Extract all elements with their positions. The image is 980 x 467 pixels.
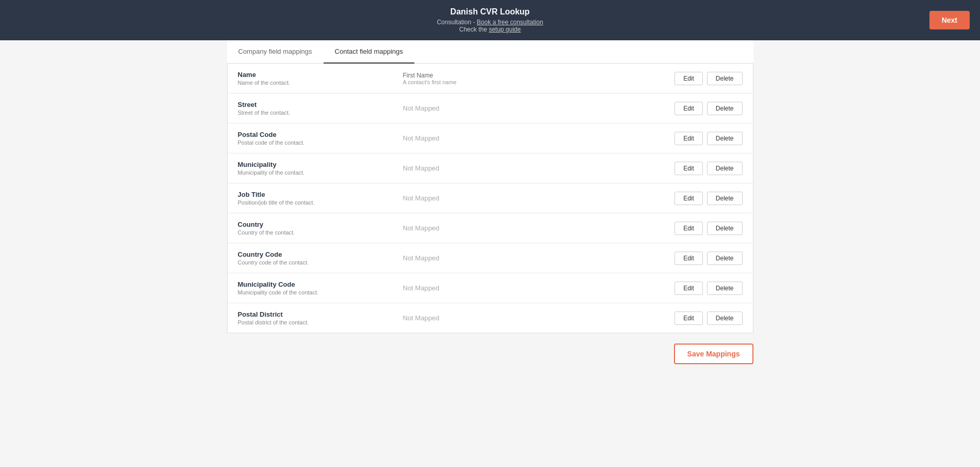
setup-prefix: Check the [459,26,489,33]
mapped-value: Not Mapped [403,164,675,172]
field-description: Country of the contact. [238,229,403,236]
mapped-value: Not Mapped [403,284,675,292]
table-row: MunicipalityMunicipality of the contact.… [228,153,753,183]
field-info: Postal DistrictPostal district of the co… [238,310,403,325]
field-description: Postal code of the contact. [238,139,403,146]
field-name: Country [238,221,403,228]
edit-button[interactable]: Edit [674,102,703,115]
mapped-value: Not Mapped [403,194,675,202]
row-actions: EditDelete [674,312,742,325]
tab-contact-field-mappings[interactable]: Contact field mappings [324,40,414,64]
table-row: NameName of the contact.First NameA cont… [228,64,753,94]
edit-button[interactable]: Edit [674,162,703,175]
field-info: CountryCountry of the contact. [238,221,403,236]
delete-button[interactable]: Delete [707,282,743,295]
consultation-prefix: Consultation - [437,19,476,26]
table-row: Postal CodePostal code of the contact.No… [228,123,753,153]
mapped-value: Not Mapped [403,134,675,142]
mapped-value: Not Mapped [403,104,675,112]
page-title: Danish CVR Lookup [10,7,970,17]
save-mappings-button[interactable]: Save Mappings [674,344,753,364]
field-info: MunicipalityMunicipality of the contact. [238,161,403,176]
mapped-label: First Name [403,72,675,79]
tab-company-field-mappings[interactable]: Company field mappings [227,40,324,64]
field-info: Postal CodePostal code of the contact. [238,131,403,146]
mapped-value: Not Mapped [403,314,675,322]
field-info: NameName of the contact. [238,71,403,86]
delete-button[interactable]: Delete [707,252,743,265]
field-name: Street [238,101,403,108]
mapped-value: Not Mapped [403,254,675,262]
delete-button[interactable]: Delete [707,132,743,145]
delete-button[interactable]: Delete [707,312,743,325]
field-description: Municipality code of the contact. [238,289,403,295]
field-info: Country CodeCountry code of the contact. [238,251,403,266]
field-name: Postal Code [238,131,403,138]
edit-button[interactable]: Edit [674,252,703,265]
consultation-link[interactable]: Book a free consultation [477,19,543,26]
row-actions: EditDelete [674,162,742,175]
table-row: Country CodeCountry code of the contact.… [228,243,753,273]
main-content: Company field mappings Contact field map… [217,40,764,385]
delete-button[interactable]: Delete [707,222,743,235]
delete-button[interactable]: Delete [707,192,743,205]
save-section: Save Mappings [227,344,753,364]
header-subtitle: Consultation - Book a free consultation … [10,19,970,33]
field-name: Name [238,71,403,79]
edit-button[interactable]: Edit [674,192,703,205]
row-actions: EditDelete [674,72,742,85]
mapped-sub: A contact's first name [403,79,675,85]
row-actions: EditDelete [674,282,742,295]
field-name: Municipality Code [238,281,403,288]
table-row: Postal DistrictPostal district of the co… [228,303,753,333]
field-info: Job TitlePosition/job title of the conta… [238,191,403,206]
table-row: StreetStreet of the contact.Not MappedEd… [228,94,753,123]
field-description: Position/job title of the contact. [238,199,403,206]
row-actions: EditDelete [674,222,742,235]
edit-button[interactable]: Edit [674,222,703,235]
field-description: Name of the contact. [238,80,403,86]
delete-button[interactable]: Delete [707,102,743,115]
field-info: Municipality CodeMunicipality code of th… [238,281,403,295]
field-description: Street of the contact. [238,110,403,116]
setup-guide-link[interactable]: setup guide [489,26,521,33]
next-button[interactable]: Next [929,11,970,29]
field-name: Job Title [238,191,403,198]
field-description: Country code of the contact. [238,259,403,266]
row-actions: EditDelete [674,192,742,205]
row-actions: EditDelete [674,132,742,145]
table-row: Municipality CodeMunicipality code of th… [228,273,753,303]
field-name: Country Code [238,251,403,258]
field-description: Postal district of the contact. [238,319,403,325]
delete-button[interactable]: Delete [707,162,743,175]
edit-button[interactable]: Edit [674,132,703,145]
field-info: StreetStreet of the contact. [238,101,403,116]
edit-button[interactable]: Edit [674,72,703,85]
row-actions: EditDelete [674,252,742,265]
field-name: Postal District [238,310,403,318]
field-name: Municipality [238,161,403,168]
edit-button[interactable]: Edit [674,312,703,325]
mapped-value: Not Mapped [403,224,675,232]
table-row: CountryCountry of the contact.Not Mapped… [228,213,753,243]
table-row: Job TitlePosition/job title of the conta… [228,183,753,213]
page-header: Danish CVR Lookup Consultation - Book a … [0,0,980,40]
mappings-table: NameName of the contact.First NameA cont… [227,64,753,333]
field-description: Municipality of the contact. [238,169,403,176]
edit-button[interactable]: Edit [674,282,703,295]
mapped-value: First NameA contact's first name [403,72,675,85]
row-actions: EditDelete [674,102,742,115]
delete-button[interactable]: Delete [707,72,743,85]
tabs-container: Company field mappings Contact field map… [227,40,753,64]
